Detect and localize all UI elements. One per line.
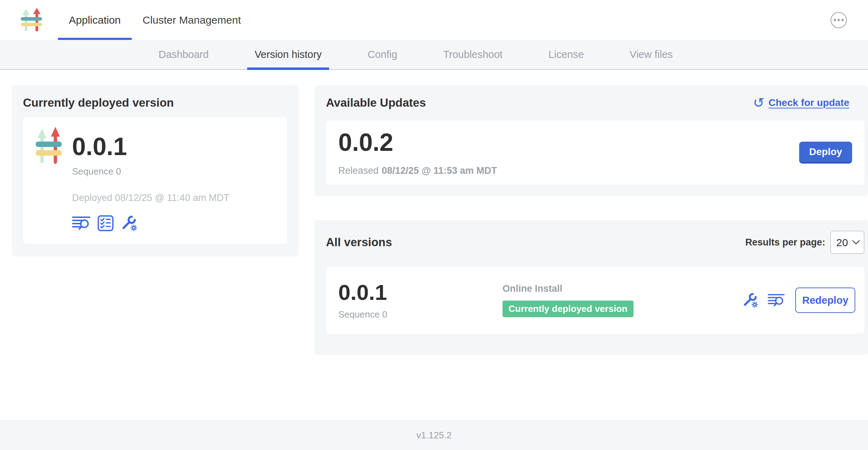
refresh-icon: ↺ xyxy=(753,96,764,109)
ellipsis-menu-button[interactable] xyxy=(831,12,847,28)
tab-application[interactable]: Application xyxy=(58,0,132,40)
subtab-view-files[interactable]: View files xyxy=(622,40,680,69)
all-versions-title: All versions xyxy=(326,236,392,249)
main-content: Currently deployed version 0.0.1 Sequenc… xyxy=(0,70,868,420)
deployed-version-panel: 0.0.1 Sequence 0 Deployed 08/12/25 @ 11:… xyxy=(23,117,287,244)
currently-deployed-badge: Currently deployed version xyxy=(503,301,634,317)
update-version-number: 0.0.2 xyxy=(338,129,852,156)
deployed-timestamp: Deployed 08/12/25 @ 11:40 am MDT xyxy=(72,193,230,203)
app-logo xyxy=(21,8,42,32)
ellipsis-icon xyxy=(834,19,844,21)
deployed-version-number: 0.0.1 xyxy=(72,133,230,160)
console-version: v1.125.2 xyxy=(416,430,452,441)
currently-deployed-card: Currently deployed version 0.0.1 Sequenc… xyxy=(12,85,298,256)
app-header: Application Cluster Management xyxy=(0,0,868,40)
subtab-license[interactable]: License xyxy=(541,40,591,69)
install-type-label: Online Install xyxy=(503,283,742,294)
app-logo-large xyxy=(36,127,62,165)
header-tabs: Application Cluster Management xyxy=(58,0,252,40)
deployed-actions xyxy=(72,215,230,232)
results-per-page-select[interactable]: 20 xyxy=(831,231,864,253)
all-versions-card: All versions Results per page: 20 0. xyxy=(314,220,868,355)
subtab-version-history[interactable]: Version history xyxy=(247,40,329,69)
row-version-number: 0.0.1 xyxy=(338,280,503,304)
update-released-line: Released08/12/25 @ 11:53 am MDT xyxy=(338,165,852,176)
results-per-page-label: Results per page: xyxy=(745,237,825,248)
available-updates-card: Available Updates ↺ Check for update 0.0… xyxy=(314,85,868,196)
deployed-sequence: Sequence 0 xyxy=(72,166,230,177)
config-icon[interactable] xyxy=(742,292,759,308)
available-updates-title: Available Updates xyxy=(326,96,426,109)
check-for-update-link[interactable]: ↺ Check for update xyxy=(753,96,849,109)
logs-icon[interactable] xyxy=(72,215,90,231)
subtab-config[interactable]: Config xyxy=(360,40,405,69)
row-actions xyxy=(742,292,785,308)
subtab-dashboard[interactable]: Dashboard xyxy=(151,40,216,69)
version-row: 0.0.1 Sequence 0 Online Install Currentl… xyxy=(326,267,864,334)
check-for-update-label: Check for update xyxy=(768,97,849,108)
row-sequence: Sequence 0 xyxy=(338,309,503,320)
app-footer: v1.125.2 xyxy=(0,420,868,450)
tab-cluster-management[interactable]: Cluster Management xyxy=(132,0,252,40)
right-column: Available Updates ↺ Check for update 0.0… xyxy=(314,85,868,420)
app-subnav: Dashboard Version history Config Trouble… xyxy=(0,40,868,70)
subtab-troubleshoot[interactable]: Troubleshoot xyxy=(436,40,510,69)
currently-deployed-title: Currently deployed version xyxy=(23,96,287,109)
logs-icon[interactable] xyxy=(768,293,785,308)
preflight-checks-icon[interactable] xyxy=(97,215,114,231)
deploy-button[interactable]: Deploy xyxy=(799,142,852,164)
config-icon[interactable] xyxy=(121,215,138,232)
redeploy-button[interactable]: Redeploy xyxy=(795,288,855,313)
update-row: 0.0.2 Released08/12/25 @ 11:53 am MDT De… xyxy=(326,120,864,185)
results-per-page-select-box: 20 xyxy=(830,231,864,254)
